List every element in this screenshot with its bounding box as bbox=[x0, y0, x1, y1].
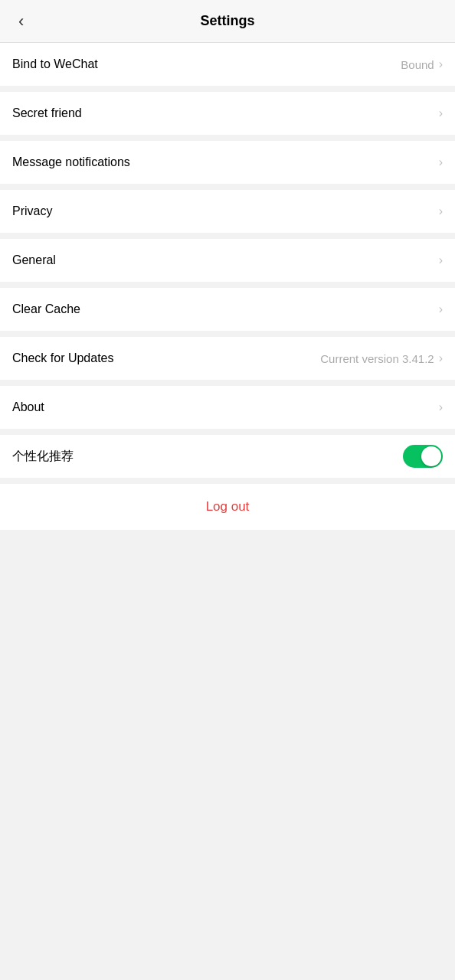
general-right: › bbox=[439, 253, 443, 267]
secret-friend-label: Secret friend bbox=[12, 106, 82, 120]
privacy-left: Privacy bbox=[12, 204, 439, 218]
secret-friend-section: Secret friend › bbox=[0, 92, 455, 135]
secret-friend-left: Secret friend bbox=[12, 106, 439, 120]
clear-cache-chevron-icon: › bbox=[439, 302, 443, 316]
toggle-knob bbox=[421, 446, 441, 466]
general-left: General bbox=[12, 253, 439, 267]
privacy-section: Privacy › bbox=[0, 190, 455, 233]
check-updates-chevron-icon: › bbox=[439, 351, 443, 365]
logout-button[interactable]: Log out bbox=[206, 499, 250, 514]
bind-wechat-left: Bind to WeChat bbox=[12, 57, 401, 71]
bind-wechat-right: Bound › bbox=[401, 57, 443, 71]
personalized-recommendation-label: 个性化推荐 bbox=[12, 449, 74, 465]
check-updates-section: Check for Updates Current version 3.41.2… bbox=[0, 337, 455, 380]
clear-cache-right: › bbox=[439, 302, 443, 316]
bind-wechat-label: Bind to WeChat bbox=[12, 57, 98, 71]
privacy-right: › bbox=[439, 204, 443, 218]
about-label: About bbox=[12, 400, 44, 414]
secret-friend-chevron-icon: › bbox=[439, 106, 443, 120]
about-chevron-icon: › bbox=[439, 400, 443, 414]
about-section: About › bbox=[0, 386, 455, 429]
message-notifications-label: Message notifications bbox=[12, 155, 130, 169]
bind-wechat-chevron-icon: › bbox=[439, 57, 443, 71]
about-item[interactable]: About › bbox=[0, 386, 455, 429]
clear-cache-label: Clear Cache bbox=[12, 302, 80, 316]
personalized-recommendation-item: 个性化推荐 bbox=[0, 435, 455, 478]
bind-wechat-item[interactable]: Bind to WeChat Bound › bbox=[0, 43, 455, 86]
privacy-chevron-icon: › bbox=[439, 204, 443, 218]
personalized-recommendation-left: 个性化推荐 bbox=[12, 449, 403, 465]
clear-cache-item[interactable]: Clear Cache › bbox=[0, 288, 455, 331]
personalized-recommendation-section: 个性化推荐 bbox=[0, 435, 455, 478]
personalized-recommendation-right bbox=[403, 445, 443, 468]
general-chevron-icon: › bbox=[439, 253, 443, 267]
secret-friend-right: › bbox=[439, 106, 443, 120]
check-updates-left: Check for Updates bbox=[12, 351, 320, 365]
message-notifications-chevron-icon: › bbox=[439, 155, 443, 169]
message-notifications-item[interactable]: Message notifications › bbox=[0, 141, 455, 184]
page-title: Settings bbox=[200, 13, 254, 29]
message-notifications-section: Message notifications › bbox=[0, 141, 455, 184]
privacy-label: Privacy bbox=[12, 204, 52, 218]
bottom-area bbox=[0, 536, 455, 720]
general-label: General bbox=[12, 253, 56, 267]
clear-cache-left: Clear Cache bbox=[12, 302, 439, 316]
check-updates-value: Current version 3.41.2 bbox=[320, 352, 434, 365]
back-button[interactable]: ‹ bbox=[12, 5, 30, 38]
message-notifications-left: Message notifications bbox=[12, 155, 439, 169]
bind-wechat-section: Bind to WeChat Bound › bbox=[0, 43, 455, 86]
general-item[interactable]: General › bbox=[0, 239, 455, 282]
message-notifications-right: › bbox=[439, 155, 443, 169]
check-updates-right: Current version 3.41.2 › bbox=[320, 351, 443, 365]
about-right: › bbox=[439, 400, 443, 414]
header: ‹ Settings bbox=[0, 0, 455, 43]
secret-friend-item[interactable]: Secret friend › bbox=[0, 92, 455, 135]
logout-section[interactable]: Log out bbox=[0, 484, 455, 530]
check-updates-label: Check for Updates bbox=[12, 351, 114, 365]
bind-wechat-value: Bound bbox=[401, 58, 434, 71]
about-left: About bbox=[12, 400, 439, 414]
check-updates-item[interactable]: Check for Updates Current version 3.41.2… bbox=[0, 337, 455, 380]
clear-cache-section: Clear Cache › bbox=[0, 288, 455, 331]
personalized-recommendation-toggle[interactable] bbox=[403, 445, 443, 468]
privacy-item[interactable]: Privacy › bbox=[0, 190, 455, 233]
general-section: General › bbox=[0, 239, 455, 282]
